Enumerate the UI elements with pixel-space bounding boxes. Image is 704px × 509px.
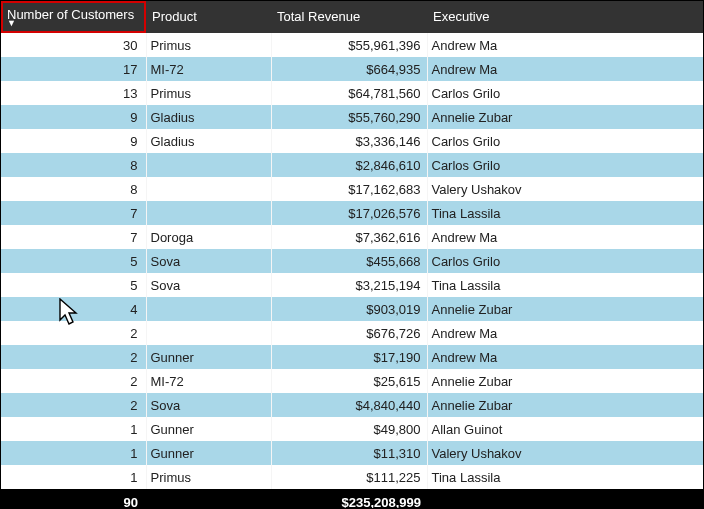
cell-customers: 7 [1,201,146,225]
cell-product [146,153,271,177]
header-label: Total Revenue [277,9,360,24]
cell-customers: 2 [1,393,146,417]
cell-executive: Andrew Ma [427,225,703,249]
table-row[interactable]: 2$676,726Andrew Ma [1,321,703,345]
cell-customers: 5 [1,249,146,273]
cell-executive: Annelie Zubar [427,105,703,129]
cell-revenue: $3,215,194 [271,273,427,297]
table-row[interactable]: 1Primus$111,225Tina Lassila [1,465,703,489]
cell-revenue: $64,781,560 [271,81,427,105]
cell-executive: Valery Ushakov [427,177,703,201]
cell-customers: 7 [1,225,146,249]
cell-customers: 1 [1,465,146,489]
cell-executive: Valery Ushakov [427,441,703,465]
cell-revenue: $49,800 [271,417,427,441]
header-row: Number of Customers ▼ Product Total Reve… [1,1,703,33]
cell-product: MI-72 [146,369,271,393]
cell-executive: Carlos Grilo [427,129,703,153]
cell-revenue: $4,840,440 [271,393,427,417]
table-row[interactable]: 8$2,846,610Carlos Grilo [1,153,703,177]
cell-product: Gunner [146,345,271,369]
cell-executive: Carlos Grilo [427,249,703,273]
cell-executive: Tina Lassila [427,465,703,489]
cell-customers: 1 [1,441,146,465]
cell-customers: 13 [1,81,146,105]
header-executive[interactable]: Executive [427,1,703,33]
cell-customers: 17 [1,57,146,81]
cell-product: Primus [146,465,271,489]
table-row[interactable]: 9Gladius$55,760,290Annelie Zubar [1,105,703,129]
totals-row: 90 $235,208,999 [1,489,703,509]
cell-product: Primus [146,81,271,105]
cell-product: Doroga [146,225,271,249]
cell-customers: 2 [1,345,146,369]
cell-executive: Andrew Ma [427,321,703,345]
cell-revenue: $17,190 [271,345,427,369]
table-row[interactable]: 4$903,019Annelie Zubar [1,297,703,321]
cell-executive: Carlos Grilo [427,81,703,105]
cell-product [146,201,271,225]
cell-executive: Carlos Grilo [427,153,703,177]
cell-customers: 1 [1,417,146,441]
table-row[interactable]: 17MI-72$664,935Andrew Ma [1,57,703,81]
cell-product: Gunner [146,417,271,441]
table-row[interactable]: 5Sova$3,215,194Tina Lassila [1,273,703,297]
table-row[interactable]: 7$17,026,576Tina Lassila [1,201,703,225]
table-row[interactable]: 8$17,162,683Valery Ushakov [1,177,703,201]
cell-product: Sova [146,393,271,417]
cell-product: Gladius [146,129,271,153]
cell-executive: Annelie Zubar [427,369,703,393]
total-product-blank [146,489,271,509]
cell-customers: 30 [1,33,146,57]
table-row[interactable]: 30Primus$55,961,396Andrew Ma [1,33,703,57]
cell-revenue: $17,162,683 [271,177,427,201]
table-body: 30Primus$55,961,396Andrew Ma17MI-72$664,… [1,33,703,489]
table-row[interactable]: 2Sova$4,840,440Annelie Zubar [1,393,703,417]
cell-product: Gunner [146,441,271,465]
cell-product [146,177,271,201]
header-label: Product [152,9,197,24]
cell-product [146,321,271,345]
table-row[interactable]: 5Sova$455,668Carlos Grilo [1,249,703,273]
total-revenue: $235,208,999 [271,489,427,509]
cell-executive: Andrew Ma [427,33,703,57]
cell-revenue: $11,310 [271,441,427,465]
cell-revenue: $55,961,396 [271,33,427,57]
cell-executive: Tina Lassila [427,273,703,297]
cell-revenue: $25,615 [271,369,427,393]
cell-revenue: $55,760,290 [271,105,427,129]
cell-product: Gladius [146,105,271,129]
table-row[interactable]: 2MI-72$25,615Annelie Zubar [1,369,703,393]
cell-customers: 2 [1,369,146,393]
cell-revenue: $903,019 [271,297,427,321]
cell-revenue: $2,846,610 [271,153,427,177]
header-revenue[interactable]: Total Revenue [271,1,427,33]
cell-product: Sova [146,273,271,297]
cell-revenue: $7,362,616 [271,225,427,249]
cell-executive: Annelie Zubar [427,393,703,417]
cell-revenue: $676,726 [271,321,427,345]
total-executive-blank [427,489,703,509]
cell-executive: Andrew Ma [427,57,703,81]
cell-customers: 8 [1,153,146,177]
total-customers: 90 [1,489,146,509]
cell-product: Sova [146,249,271,273]
cell-customers: 9 [1,105,146,129]
header-product[interactable]: Product [146,1,271,33]
cell-executive: Tina Lassila [427,201,703,225]
table-row[interactable]: 1Gunner$11,310Valery Ushakov [1,441,703,465]
table-row[interactable]: 7Doroga$7,362,616Andrew Ma [1,225,703,249]
table-row[interactable]: 1Gunner$49,800Allan Guinot [1,417,703,441]
cell-customers: 8 [1,177,146,201]
table-row[interactable]: 9Gladius$3,336,146Carlos Grilo [1,129,703,153]
cell-product: Primus [146,33,271,57]
data-table: Number of Customers ▼ Product Total Reve… [1,1,703,509]
table-row[interactable]: 2Gunner$17,190Andrew Ma [1,345,703,369]
cell-revenue: $455,668 [271,249,427,273]
table-row[interactable]: 13Primus$64,781,560Carlos Grilo [1,81,703,105]
cell-executive: Andrew Ma [427,345,703,369]
header-customers[interactable]: Number of Customers ▼ [1,1,146,33]
cell-revenue: $17,026,576 [271,201,427,225]
cell-customers: 9 [1,129,146,153]
cell-revenue: $664,935 [271,57,427,81]
